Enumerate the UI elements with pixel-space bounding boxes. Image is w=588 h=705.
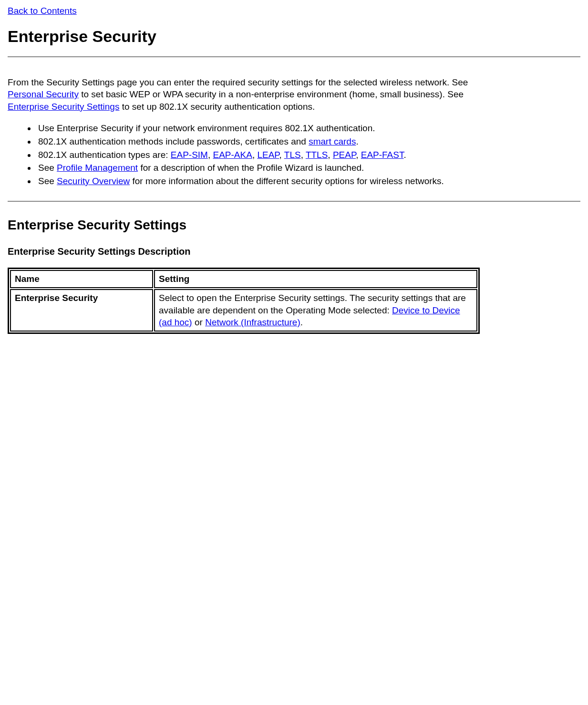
feature-list: Use Enterprise Security if your network … — [27, 122, 494, 187]
list-text: for a description of when the Profile Wi… — [138, 163, 364, 173]
divider — [8, 201, 580, 202]
personal-security-link[interactable]: Personal Security — [8, 89, 79, 99]
list-text: . — [356, 136, 358, 146]
peap-link[interactable]: PEAP — [333, 150, 356, 160]
leap-link[interactable]: LEAP — [257, 150, 279, 160]
section-subheading: Enterprise Security Settings Description — [8, 245, 580, 258]
sep: , — [208, 150, 213, 160]
list-item: 802.1X authentication types are: EAP-SIM… — [36, 149, 494, 161]
list-text: for more information about the different… — [130, 176, 444, 186]
setting-text: . — [300, 317, 303, 327]
enterprise-security-settings-link[interactable]: Enterprise Security Settings — [8, 102, 119, 112]
intro-paragraph: From the Security Settings page you can … — [8, 76, 480, 113]
divider — [8, 56, 580, 57]
tls-link[interactable]: TLS — [284, 150, 301, 160]
smart-cards-link[interactable]: smart cards — [309, 136, 356, 146]
table-header-name: Name — [10, 270, 153, 288]
intro-text: From the Security Settings page you can … — [8, 77, 468, 87]
list-text: 802.1X authentication methods include pa… — [38, 136, 309, 146]
list-item: Use Enterprise Security if your network … — [36, 122, 494, 135]
eap-sim-link[interactable]: EAP-SIM — [171, 150, 208, 160]
row-name-cell: Enterprise Security — [10, 289, 153, 332]
sep: , — [279, 150, 284, 160]
list-item: 802.1X authentication methods include pa… — [36, 135, 494, 148]
section-heading: Enterprise Security Settings — [8, 216, 580, 234]
network-infrastructure-link[interactable]: Network (Infrastructure) — [205, 317, 300, 327]
security-overview-link[interactable]: Security Overview — [57, 176, 130, 186]
table-header-row: Name Setting — [10, 270, 477, 288]
sep: , — [328, 150, 333, 160]
sep: , — [301, 150, 306, 160]
eap-aka-link[interactable]: EAP-AKA — [213, 150, 252, 160]
profile-management-link[interactable]: Profile Management — [57, 163, 138, 173]
setting-text: or — [192, 317, 205, 327]
list-item: See Security Overview for more informati… — [36, 175, 494, 187]
row-setting-cell: Select to open the Enterprise Security s… — [154, 289, 477, 332]
ttls-link[interactable]: TTLS — [306, 150, 328, 160]
intro-text: to set up 802.1X security authentication… — [119, 102, 315, 112]
back-to-contents-link[interactable]: Back to Contents — [8, 6, 77, 16]
list-text: 802.1X authentication types are: — [38, 150, 171, 160]
page-title: Enterprise Security — [8, 26, 580, 48]
list-item: See Profile Management for a description… — [36, 162, 494, 174]
list-text: See — [38, 163, 57, 173]
table-header-setting: Setting — [154, 270, 477, 288]
intro-text: to set basic WEP or WPA security in a no… — [79, 89, 464, 99]
list-text: See — [38, 176, 57, 186]
sep: , — [356, 150, 361, 160]
eap-fast-link[interactable]: EAP-FAST — [361, 150, 404, 160]
sep: , — [252, 150, 258, 160]
settings-table: Name Setting Enterprise Security Select … — [8, 268, 480, 334]
table-row: Enterprise Security Select to open the E… — [10, 289, 477, 332]
list-text: . — [403, 150, 406, 160]
